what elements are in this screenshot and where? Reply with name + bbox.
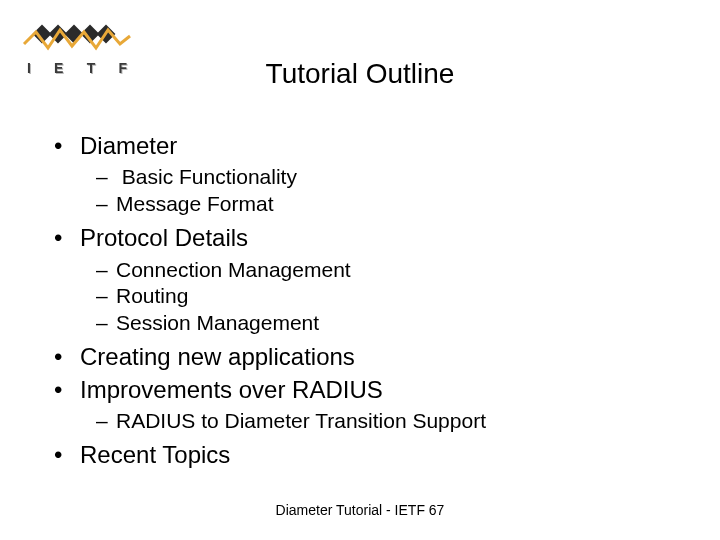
bullet-item: Improvements over RADIUS RADIUS to Diame… (54, 374, 680, 435)
sub-list: RADIUS to Diameter Transition Support (54, 408, 680, 435)
bullet-item: Protocol Details Connection Management R… (54, 222, 680, 337)
ietf-logo-graphic (22, 22, 132, 56)
bullet-text: Creating new applications (80, 343, 355, 370)
sub-bullet: Routing (96, 283, 680, 310)
bullet-text: Protocol Details (80, 224, 248, 251)
bullet-text: Recent Topics (80, 441, 230, 468)
sub-bullet: Message Format (96, 191, 680, 218)
sub-bullet: RADIUS to Diameter Transition Support (96, 408, 680, 435)
sub-bullet: Session Management (96, 310, 680, 337)
bullet-item: Recent Topics (54, 439, 680, 471)
slide-footer: Diameter Tutorial - IETF 67 (0, 502, 720, 518)
slide-body: Diameter Basic Functionality Message For… (54, 130, 680, 471)
sub-list: Basic Functionality Message Format (54, 164, 680, 218)
bullet-text: Diameter (80, 132, 177, 159)
bullet-text: Improvements over RADIUS (80, 376, 383, 403)
sub-bullet: Connection Management (96, 257, 680, 284)
bullet-item: Creating new applications (54, 341, 680, 373)
slide-title: Tutorial Outline (0, 58, 720, 90)
bullet-item: Diameter Basic Functionality Message For… (54, 130, 680, 218)
sub-list: Connection Management Routing Session Ma… (54, 257, 680, 338)
outline-list: Diameter Basic Functionality Message For… (54, 130, 680, 471)
sub-bullet: Basic Functionality (96, 164, 680, 191)
